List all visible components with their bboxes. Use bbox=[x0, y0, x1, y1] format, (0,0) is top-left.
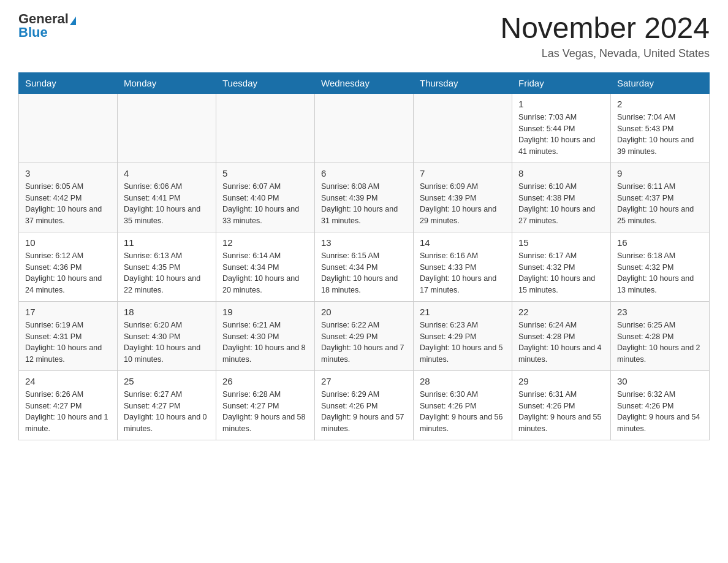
sun-info: Sunrise: 6:25 AM Sunset: 4:28 PM Dayligh… bbox=[617, 320, 703, 366]
day-number: 23 bbox=[617, 307, 703, 317]
calendar-week-row: 17Sunrise: 6:19 AM Sunset: 4:31 PM Dayli… bbox=[19, 301, 710, 370]
logo-blue-text: Blue bbox=[18, 25, 48, 40]
day-number: 22 bbox=[518, 307, 604, 317]
day-number: 29 bbox=[518, 376, 604, 386]
sun-info: Sunrise: 6:29 AM Sunset: 4:26 PM Dayligh… bbox=[321, 389, 407, 435]
calendar-cell: 10Sunrise: 6:12 AM Sunset: 4:36 PM Dayli… bbox=[19, 232, 118, 301]
day-header-monday: Monday bbox=[118, 72, 216, 93]
calendar-cell: 27Sunrise: 6:29 AM Sunset: 4:26 PM Dayli… bbox=[315, 370, 414, 440]
sun-info: Sunrise: 6:16 AM Sunset: 4:33 PM Dayligh… bbox=[420, 250, 506, 296]
day-number: 7 bbox=[420, 168, 506, 178]
sun-info: Sunrise: 7:04 AM Sunset: 5:43 PM Dayligh… bbox=[617, 112, 703, 158]
calendar-cell: 30Sunrise: 6:32 AM Sunset: 4:26 PM Dayli… bbox=[611, 370, 710, 440]
calendar-cell: 19Sunrise: 6:21 AM Sunset: 4:30 PM Dayli… bbox=[216, 301, 315, 370]
sun-info: Sunrise: 6:22 AM Sunset: 4:29 PM Dayligh… bbox=[321, 320, 407, 366]
day-number: 3 bbox=[25, 168, 111, 178]
day-number: 11 bbox=[124, 237, 210, 248]
day-number: 5 bbox=[222, 168, 308, 178]
calendar-cell: 7Sunrise: 6:09 AM Sunset: 4:39 PM Daylig… bbox=[414, 163, 512, 232]
calendar-header: SundayMondayTuesdayWednesdayThursdayFrid… bbox=[19, 72, 710, 93]
calendar-cell bbox=[414, 93, 512, 163]
calendar-cell: 23Sunrise: 6:25 AM Sunset: 4:28 PM Dayli… bbox=[611, 301, 710, 370]
day-number: 8 bbox=[518, 168, 604, 178]
day-number: 24 bbox=[25, 376, 111, 386]
calendar-cell: 2Sunrise: 7:04 AM Sunset: 5:43 PM Daylig… bbox=[611, 93, 710, 163]
day-number: 21 bbox=[420, 307, 506, 317]
day-number: 20 bbox=[321, 307, 407, 317]
day-number: 15 bbox=[518, 237, 604, 248]
page-header: General Blue November 2024 Las Vegas, Ne… bbox=[18, 12, 710, 60]
calendar-cell: 18Sunrise: 6:20 AM Sunset: 4:30 PM Dayli… bbox=[118, 301, 216, 370]
calendar-cell: 14Sunrise: 6:16 AM Sunset: 4:33 PM Dayli… bbox=[414, 232, 512, 301]
month-title: November 2024 bbox=[500, 12, 710, 45]
day-number: 27 bbox=[321, 376, 407, 386]
sun-info: Sunrise: 6:06 AM Sunset: 4:41 PM Dayligh… bbox=[124, 181, 210, 227]
day-number: 18 bbox=[124, 307, 210, 317]
day-header-saturday: Saturday bbox=[611, 72, 710, 93]
calendar-cell: 4Sunrise: 6:06 AM Sunset: 4:41 PM Daylig… bbox=[118, 163, 216, 232]
location-text: Las Vegas, Nevada, United States bbox=[500, 47, 710, 60]
day-number: 17 bbox=[25, 307, 111, 317]
title-section: November 2024 Las Vegas, Nevada, United … bbox=[500, 12, 710, 60]
day-number: 16 bbox=[617, 237, 703, 248]
calendar-cell: 22Sunrise: 6:24 AM Sunset: 4:28 PM Dayli… bbox=[512, 301, 611, 370]
calendar-cell: 21Sunrise: 6:23 AM Sunset: 4:29 PM Dayli… bbox=[414, 301, 512, 370]
calendar-table: SundayMondayTuesdayWednesdayThursdayFrid… bbox=[18, 72, 710, 440]
calendar-cell: 8Sunrise: 6:10 AM Sunset: 4:38 PM Daylig… bbox=[512, 163, 611, 232]
day-header-tuesday: Tuesday bbox=[216, 72, 315, 93]
calendar-cell: 6Sunrise: 6:08 AM Sunset: 4:39 PM Daylig… bbox=[315, 163, 414, 232]
calendar-cell: 24Sunrise: 6:26 AM Sunset: 4:27 PM Dayli… bbox=[19, 370, 118, 440]
calendar-cell: 16Sunrise: 6:18 AM Sunset: 4:32 PM Dayli… bbox=[611, 232, 710, 301]
sun-info: Sunrise: 6:23 AM Sunset: 4:29 PM Dayligh… bbox=[420, 320, 506, 366]
calendar-body: 1Sunrise: 7:03 AM Sunset: 5:44 PM Daylig… bbox=[19, 93, 710, 440]
header-row: SundayMondayTuesdayWednesdayThursdayFrid… bbox=[19, 72, 710, 93]
sun-info: Sunrise: 6:05 AM Sunset: 4:42 PM Dayligh… bbox=[25, 181, 111, 227]
calendar-cell: 28Sunrise: 6:30 AM Sunset: 4:26 PM Dayli… bbox=[414, 370, 512, 440]
calendar-week-row: 24Sunrise: 6:26 AM Sunset: 4:27 PM Dayli… bbox=[19, 370, 710, 440]
calendar-week-row: 1Sunrise: 7:03 AM Sunset: 5:44 PM Daylig… bbox=[19, 93, 710, 163]
sun-info: Sunrise: 6:17 AM Sunset: 4:32 PM Dayligh… bbox=[518, 250, 604, 296]
day-header-friday: Friday bbox=[512, 72, 611, 93]
calendar-cell: 13Sunrise: 6:15 AM Sunset: 4:34 PM Dayli… bbox=[315, 232, 414, 301]
sun-info: Sunrise: 6:09 AM Sunset: 4:39 PM Dayligh… bbox=[420, 181, 506, 227]
calendar-cell: 29Sunrise: 6:31 AM Sunset: 4:26 PM Dayli… bbox=[512, 370, 611, 440]
sun-info: Sunrise: 6:31 AM Sunset: 4:26 PM Dayligh… bbox=[518, 389, 604, 435]
calendar-week-row: 10Sunrise: 6:12 AM Sunset: 4:36 PM Dayli… bbox=[19, 232, 710, 301]
logo: General Blue bbox=[18, 12, 76, 39]
calendar-cell: 3Sunrise: 6:05 AM Sunset: 4:42 PM Daylig… bbox=[19, 163, 118, 232]
calendar-cell: 1Sunrise: 7:03 AM Sunset: 5:44 PM Daylig… bbox=[512, 93, 611, 163]
calendar-cell bbox=[118, 93, 216, 163]
day-header-thursday: Thursday bbox=[414, 72, 512, 93]
calendar-cell: 9Sunrise: 6:11 AM Sunset: 4:37 PM Daylig… bbox=[611, 163, 710, 232]
sun-info: Sunrise: 6:15 AM Sunset: 4:34 PM Dayligh… bbox=[321, 250, 407, 296]
day-header-wednesday: Wednesday bbox=[315, 72, 414, 93]
day-number: 19 bbox=[222, 307, 308, 317]
day-number: 28 bbox=[420, 376, 506, 386]
day-number: 26 bbox=[222, 376, 308, 386]
day-number: 4 bbox=[124, 168, 210, 178]
calendar-cell: 25Sunrise: 6:27 AM Sunset: 4:27 PM Dayli… bbox=[118, 370, 216, 440]
calendar-cell: 26Sunrise: 6:28 AM Sunset: 4:27 PM Dayli… bbox=[216, 370, 315, 440]
sun-info: Sunrise: 6:11 AM Sunset: 4:37 PM Dayligh… bbox=[617, 181, 703, 227]
sun-info: Sunrise: 6:30 AM Sunset: 4:26 PM Dayligh… bbox=[420, 389, 506, 435]
day-number: 1 bbox=[518, 99, 604, 109]
sun-info: Sunrise: 6:18 AM Sunset: 4:32 PM Dayligh… bbox=[617, 250, 703, 296]
day-number: 13 bbox=[321, 237, 407, 248]
sun-info: Sunrise: 7:03 AM Sunset: 5:44 PM Dayligh… bbox=[518, 112, 604, 158]
sun-info: Sunrise: 6:28 AM Sunset: 4:27 PM Dayligh… bbox=[222, 389, 308, 435]
sun-info: Sunrise: 6:21 AM Sunset: 4:30 PM Dayligh… bbox=[222, 320, 308, 366]
sun-info: Sunrise: 6:20 AM Sunset: 4:30 PM Dayligh… bbox=[124, 320, 210, 366]
calendar-week-row: 3Sunrise: 6:05 AM Sunset: 4:42 PM Daylig… bbox=[19, 163, 710, 232]
day-number: 10 bbox=[25, 237, 111, 248]
sun-info: Sunrise: 6:27 AM Sunset: 4:27 PM Dayligh… bbox=[124, 389, 210, 435]
calendar-cell: 12Sunrise: 6:14 AM Sunset: 4:34 PM Dayli… bbox=[216, 232, 315, 301]
calendar-cell: 17Sunrise: 6:19 AM Sunset: 4:31 PM Dayli… bbox=[19, 301, 118, 370]
day-number: 25 bbox=[124, 376, 210, 386]
calendar-cell bbox=[216, 93, 315, 163]
sun-info: Sunrise: 6:10 AM Sunset: 4:38 PM Dayligh… bbox=[518, 181, 604, 227]
calendar-cell bbox=[315, 93, 414, 163]
sun-info: Sunrise: 6:07 AM Sunset: 4:40 PM Dayligh… bbox=[222, 181, 308, 227]
logo-bottom: Blue bbox=[18, 26, 48, 39]
calendar-cell: 5Sunrise: 6:07 AM Sunset: 4:40 PM Daylig… bbox=[216, 163, 315, 232]
sun-info: Sunrise: 6:08 AM Sunset: 4:39 PM Dayligh… bbox=[321, 181, 407, 227]
